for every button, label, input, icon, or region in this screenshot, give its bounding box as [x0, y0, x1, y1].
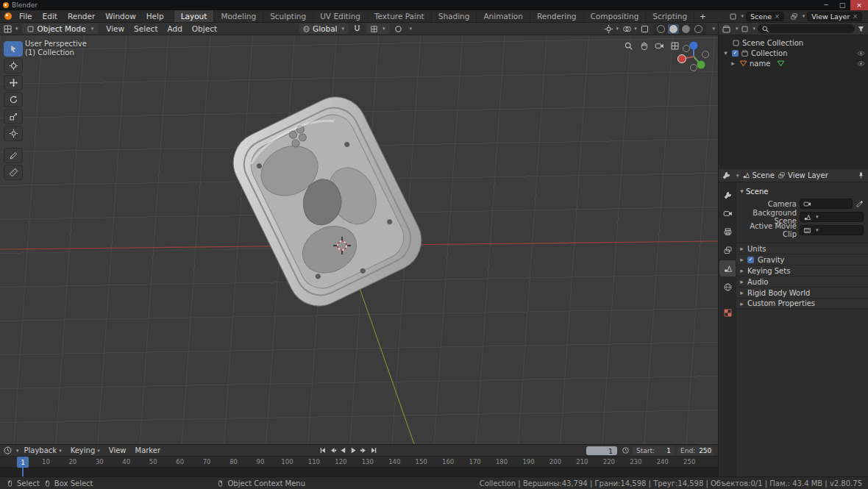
blender-menu-icon[interactable] [4, 13, 12, 20]
menu-select[interactable]: Select [129, 24, 162, 33]
menu-add[interactable]: Add [163, 24, 187, 33]
transform-tool[interactable] [4, 126, 23, 141]
tab-modeling[interactable]: Modeling [213, 10, 263, 22]
timeline-track[interactable] [0, 468, 718, 476]
scale-tool[interactable] [4, 109, 23, 124]
tab-animation[interactable]: Animation [476, 10, 530, 22]
jump-to-start-button[interactable] [318, 446, 327, 455]
shading-solid-button[interactable] [668, 24, 679, 34]
menu-marker[interactable]: Marker [132, 446, 165, 454]
view-layer-icon[interactable] [790, 13, 798, 21]
measure-tool[interactable] [4, 165, 23, 180]
tab-compositing[interactable]: Compositing [583, 10, 646, 22]
annotate-tool[interactable] [4, 148, 23, 163]
current-frame-field[interactable]: 1 [586, 446, 617, 455]
menu-view[interactable]: View [105, 446, 130, 454]
outliner-row-collection[interactable]: ▾ ✓ Collection [719, 48, 868, 58]
snap-target-dropdown[interactable]: ▾ [366, 24, 389, 34]
audio-section[interactable]: ▸ Audio [736, 276, 868, 287]
texture-tab[interactable] [719, 304, 736, 321]
menu-view[interactable]: View [102, 24, 129, 33]
scene-section-header[interactable]: ▾ Scene [738, 185, 864, 197]
timeline-editor-icon[interactable] [3, 446, 13, 455]
jump-to-end-button[interactable] [369, 446, 379, 455]
eye-icon[interactable] [857, 49, 865, 57]
tab-shading[interactable]: Shading [431, 10, 477, 22]
output-tab[interactable] [719, 224, 736, 240]
zoom-button[interactable] [622, 40, 634, 51]
editor-type-icon[interactable] [3, 24, 13, 34]
gravity-section[interactable]: ▸ ✓ Gravity [736, 254, 868, 265]
pin-icon[interactable] [857, 171, 865, 179]
axis-y-icon[interactable] [697, 61, 705, 69]
camera-field[interactable] [800, 199, 853, 209]
remove-view-layer-icon[interactable]: × [853, 13, 858, 20]
frame-end-field[interactable]: End:250 [677, 446, 714, 455]
tab-scripting[interactable]: Scripting [645, 10, 694, 22]
tool-tab[interactable] [719, 187, 736, 203]
rigid-body-world-section[interactable]: ▸ Rigid Body World [736, 287, 868, 298]
keying-sets-section[interactable]: ▸ Keying Sets [736, 265, 868, 276]
render-tab[interactable] [719, 205, 736, 221]
axis-y-neg-icon[interactable] [683, 46, 690, 52]
menu-render[interactable]: Render [63, 10, 100, 22]
scene-name-field[interactable]: Scene × [746, 12, 784, 21]
playhead[interactable]: 1 [17, 457, 29, 468]
unlink-scene-icon[interactable]: × [775, 13, 780, 20]
timeline-ruler[interactable]: 1 11020304050607080901001101201301401501… [0, 457, 718, 468]
orientation-dropdown[interactable]: Global ▾ [299, 24, 348, 34]
shading-dropdown-icon[interactable]: ▾ [712, 26, 715, 32]
axis-x-neg-icon[interactable] [702, 51, 709, 58]
shading-rendered-button[interactable] [693, 24, 704, 34]
axis-z-icon[interactable] [690, 42, 698, 50]
menu-playback[interactable]: Playback▾ [21, 446, 65, 454]
custom-properties-section[interactable]: ▸ Custom Properties [736, 298, 868, 309]
minimize-button[interactable]: ─ [818, 0, 834, 10]
play-reverse-button[interactable] [338, 446, 348, 455]
frame-start-field[interactable]: Start:1 [633, 446, 675, 455]
breadcrumb-scene[interactable]: Scene [742, 171, 775, 179]
menu-file[interactable]: File [14, 10, 38, 22]
tab-rendering[interactable]: Rendering [530, 10, 583, 22]
shading-wireframe-button[interactable] [655, 24, 666, 34]
scene-browse-icon[interactable] [729, 13, 737, 21]
tab-uv-editing[interactable]: UV Editing [313, 10, 367, 22]
axis-z-neg-icon[interactable] [691, 65, 697, 71]
maximize-button[interactable]: □ [834, 0, 850, 10]
view-layer-tab[interactable] [719, 242, 736, 258]
select-box-tool[interactable] [4, 41, 23, 57]
menu-edit[interactable]: Edit [38, 10, 63, 22]
outliner-row-scene-collection[interactable]: ▾ Scene Collection [719, 38, 868, 48]
view-layer-field[interactable]: View Layer × [807, 12, 862, 21]
snap-magnet-icon[interactable] [352, 24, 362, 34]
play-button[interactable] [349, 446, 358, 455]
breadcrumb-view-layer[interactable]: View Layer [778, 171, 828, 179]
menu-keying[interactable]: Keying▾ [67, 446, 104, 454]
xray-toggle-icon[interactable] [640, 24, 650, 34]
viewport-3d[interactable]: User Perspective (1) Collection [0, 35, 718, 444]
filter-icon[interactable] [857, 25, 865, 33]
prev-keyframe-button[interactable] [328, 446, 338, 455]
pan-button[interactable] [638, 40, 650, 51]
expand-icon[interactable]: ▾ [722, 49, 730, 57]
outliner-search-field[interactable] [758, 24, 855, 33]
add-workspace-button[interactable]: + [694, 10, 711, 22]
rotate-tool[interactable] [4, 92, 23, 107]
mode-dropdown[interactable]: Object Mode ▾ [22, 24, 99, 34]
background-scene-field[interactable]: ▾ [800, 212, 864, 222]
expand-icon[interactable]: ▸ [729, 60, 737, 67]
outliner-editor-icon[interactable] [722, 24, 731, 34]
eyedropper-icon[interactable] [855, 200, 864, 208]
tab-layout[interactable]: Layout [174, 10, 214, 22]
menu-object[interactable]: Object [188, 24, 221, 33]
properties-editor-icon[interactable] [722, 171, 731, 180]
axis-x-icon[interactable] [678, 55, 686, 63]
model-hot-tub[interactable] [223, 87, 432, 316]
active-movie-clip-field[interactable]: ▾ [800, 225, 864, 235]
outliner-row-object[interactable]: ▸ name [719, 58, 868, 68]
gizmo-toggle[interactable]: ▾ [604, 24, 619, 34]
cursor-tool[interactable] [4, 58, 23, 74]
next-keyframe-button[interactable] [359, 446, 369, 455]
proportional-editing-icon[interactable] [394, 24, 403, 34]
units-section[interactable]: ▸ Units [736, 243, 868, 254]
